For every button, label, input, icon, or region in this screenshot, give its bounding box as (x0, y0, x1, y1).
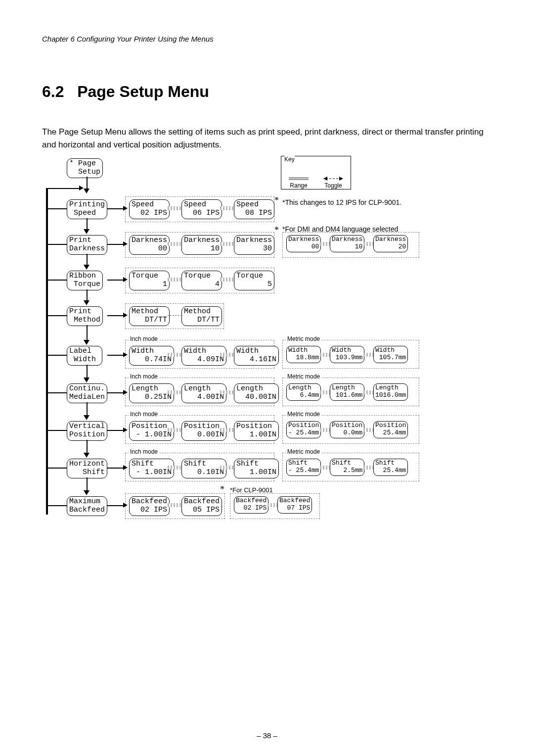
toggle-icon (323, 175, 343, 182)
lcd-value: Shift 1.00IN (234, 459, 279, 478)
range-connector (220, 428, 234, 432)
connector (107, 355, 125, 356)
connector (46, 355, 67, 356)
legend-toggle-label: Toggle (324, 182, 342, 189)
connector (46, 280, 67, 281)
lcd-menu-item: Ribbon Torque (67, 271, 103, 290)
arrow-icon (84, 378, 89, 382)
lcd-value: Method DT/TT (181, 306, 222, 326)
page-number: – 38 – (0, 731, 534, 740)
group-label: Inch mode (129, 373, 159, 380)
lcd-value: Length 1016.0mm (373, 383, 408, 401)
range-icon (289, 175, 309, 182)
connector (107, 280, 125, 281)
legend-box: Key Range (281, 156, 351, 189)
connector (46, 505, 67, 506)
group-label: Metric mode (286, 373, 321, 380)
range-connector (168, 278, 181, 282)
arrow-icon (84, 340, 89, 345)
lcd-menu-item: Label Width (67, 346, 102, 366)
arrow-icon (84, 229, 89, 234)
lcd-menu-item: Printing Speed (67, 199, 107, 219)
connector (87, 254, 88, 266)
lcd-value: Backfeed 07 IPS (277, 496, 312, 514)
connector (87, 402, 88, 416)
range-connector (220, 466, 234, 470)
connector (107, 244, 125, 245)
lcd-menu-item: Print Darkness (67, 235, 107, 255)
range-connector (320, 466, 330, 470)
connector (46, 392, 67, 393)
section-title-text: Page Setup Menu (77, 83, 209, 100)
range-connector (168, 466, 181, 470)
range-connector (363, 242, 373, 246)
lcd-value: Darkness 10 (330, 235, 364, 252)
section-title: 6.2 Page Setup Menu (42, 83, 497, 101)
lcd-value: Method DT/TT (129, 306, 170, 326)
connector (87, 365, 88, 378)
range-connector (168, 503, 181, 507)
range-connector (320, 242, 330, 246)
lcd-value: Shift 2.5mm (330, 459, 364, 476)
lcd-menu-item: Print Method (67, 306, 103, 326)
arrow-icon (123, 206, 128, 211)
lcd-value: Darkness 20 (373, 235, 408, 252)
chapter-heading: Chapter 6 Configuring Your Printer Using… (42, 35, 497, 43)
lcd-value: Length 6.4mm (286, 383, 321, 401)
connector (46, 315, 67, 316)
range-connector (168, 206, 181, 210)
connector (46, 430, 67, 431)
range-connector (220, 206, 234, 210)
connector (87, 477, 88, 491)
lcd-menu-item: Vertical Position (67, 421, 107, 441)
lcd-menu-item: Maximum Backfeed (67, 496, 107, 516)
arrow-icon (123, 390, 128, 395)
connector (107, 392, 125, 393)
lcd-value: Width 103.9mm (330, 346, 364, 363)
lcd-value: Torque 4 (181, 271, 222, 290)
lcd-value: Position 25.4mm (373, 421, 408, 438)
group-label: Inch mode (129, 411, 159, 418)
connector (107, 430, 125, 431)
group-label: Metric mode (286, 448, 321, 455)
lcd-value: Shift 25.4mm (373, 459, 408, 476)
connector (107, 315, 125, 316)
range-connector (168, 390, 181, 394)
lcd-value: Speed 02 IPS (129, 199, 170, 219)
connector (87, 289, 88, 301)
lcd-value: Backfeed 02 IPS (234, 496, 268, 514)
lcd-value: Darkness 10 (181, 235, 222, 255)
arrow-icon (123, 465, 128, 470)
lcd-value: Width 105.7mm (373, 346, 408, 363)
lcd-value: Length 40.00IN (234, 383, 279, 403)
toggle-connector (168, 315, 181, 316)
footnote-marker: * (274, 195, 279, 206)
arrow-icon (123, 352, 128, 357)
range-connector (320, 428, 330, 432)
connector (46, 208, 67, 209)
legend-range-label: Range (290, 182, 307, 189)
connector (107, 468, 125, 469)
lcd-value: Backfeed 02 IPS (129, 496, 170, 516)
lcd-value: Torque 1 (129, 271, 170, 290)
group-label: Metric mode (286, 335, 321, 342)
lcd-menu-item: Horizont Shift (67, 459, 107, 478)
arrow-icon (123, 503, 128, 508)
footnote-marker: * (220, 484, 224, 495)
lcd-value: Darkness 00 (129, 235, 170, 255)
range-connector (168, 428, 181, 432)
intro-paragraph: The Page Setup Menu allows the setting o… (42, 126, 497, 151)
connector (87, 325, 88, 341)
range-connector (267, 503, 277, 507)
group-label: Metric mode (286, 411, 321, 418)
svg-rect-2 (289, 179, 309, 180)
range-connector (320, 390, 330, 394)
connector (46, 468, 67, 469)
connector (87, 440, 88, 454)
arrow-icon (123, 427, 128, 432)
range-connector (363, 390, 373, 394)
lcd-value: Darkness 30 (234, 235, 274, 255)
arrow-icon (123, 241, 128, 246)
arrow-icon (79, 186, 84, 190)
lcd-value: Position - 25.4mm (286, 421, 321, 438)
